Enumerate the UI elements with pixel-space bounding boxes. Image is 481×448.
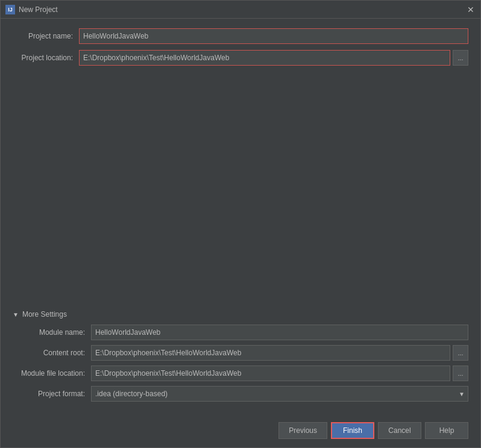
dialog-title: New Project <box>19 5 58 14</box>
collapse-arrow-icon: ▼ <box>13 311 19 318</box>
content-root-input[interactable] <box>91 345 450 361</box>
more-settings-toggle[interactable]: ▼ More Settings <box>13 310 468 319</box>
project-name-input-wrap <box>79 28 468 44</box>
previous-button[interactable]: Previous <box>278 422 327 439</box>
project-name-row: Project name: <box>13 28 468 44</box>
project-location-input-wrap: ... <box>79 50 468 66</box>
project-location-label: Project location: <box>13 54 79 62</box>
project-format-select[interactable]: .idea (directory-based) .ipr (file-based… <box>91 386 468 402</box>
more-settings-section: ▼ More Settings Module name: Content roo… <box>13 310 468 406</box>
title-bar-left: IJ New Project <box>5 5 58 14</box>
content-root-row: Content root: ... <box>13 345 468 361</box>
project-format-row: Project format: .idea (directory-based) … <box>13 386 468 402</box>
dialog-content: Project name: Project location: ... ▼ Mo… <box>1 19 480 416</box>
module-name-row: Module name: <box>13 325 468 340</box>
help-button[interactable]: Help <box>425 422 468 439</box>
new-project-dialog: IJ New Project ✕ Project name: Project l… <box>0 0 481 448</box>
button-bar: Previous Finish Cancel Help <box>1 416 480 447</box>
project-location-input[interactable] <box>79 50 450 66</box>
module-file-location-input-wrap: ... <box>91 366 468 381</box>
project-format-select-wrap: .idea (directory-based) .ipr (file-based… <box>91 386 468 402</box>
content-root-label: Content root: <box>13 349 91 357</box>
module-file-location-browse-button[interactable]: ... <box>453 366 468 381</box>
module-file-location-input[interactable] <box>91 366 450 381</box>
more-settings-content: Module name: Content root: ... Module fi… <box>13 325 468 406</box>
project-format-select-container: .idea (directory-based) .ipr (file-based… <box>91 386 468 402</box>
finish-button[interactable]: Finish <box>331 422 374 439</box>
module-name-input-wrap <box>91 325 468 340</box>
module-name-label: Module name: <box>13 328 91 337</box>
project-format-label: Project format: <box>13 390 91 398</box>
project-name-label: Project name: <box>13 32 79 40</box>
project-location-browse-button[interactable]: ... <box>453 50 468 66</box>
app-icon: IJ <box>5 5 15 14</box>
module-file-location-row: Module file location: ... <box>13 366 468 381</box>
close-button[interactable]: ✕ <box>466 5 476 14</box>
module-name-input[interactable] <box>91 325 468 340</box>
content-root-browse-button[interactable]: ... <box>453 345 468 361</box>
title-bar: IJ New Project ✕ <box>1 1 480 19</box>
spacer <box>13 72 468 310</box>
more-settings-label: More Settings <box>22 310 67 319</box>
module-file-location-label: Module file location: <box>13 369 91 378</box>
content-root-input-wrap: ... <box>91 345 468 361</box>
cancel-button[interactable]: Cancel <box>378 422 421 439</box>
project-name-input[interactable] <box>79 28 468 44</box>
project-location-row: Project location: ... <box>13 50 468 66</box>
